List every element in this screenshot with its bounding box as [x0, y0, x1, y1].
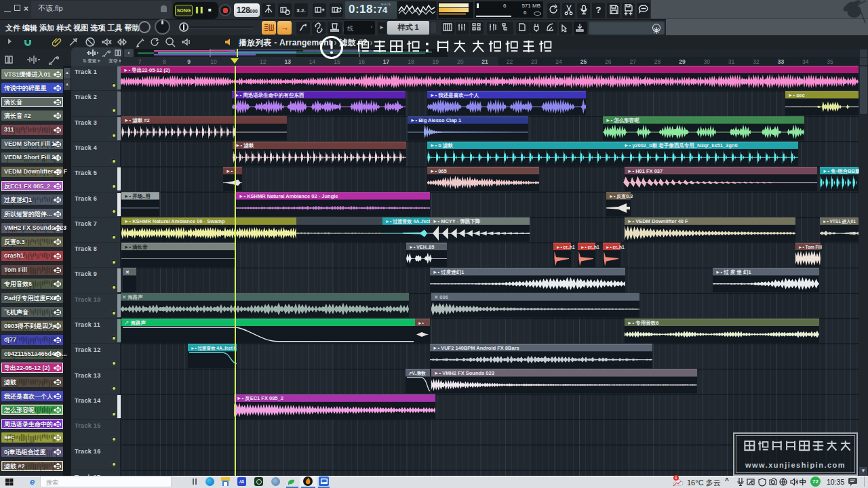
svg-text:►•: ►• [226, 168, 233, 174]
svg-text:✕: ✕ [125, 270, 130, 274]
svg-text:↗V..乘数: ↗V..乘数 [408, 371, 426, 376]
svg-text:✕ 006: ✕ 006 [434, 294, 448, 300]
svg-text:►• VMH2 FX Sounds 023: ►• VMH2 FX Sounds 023 [434, 370, 494, 376]
svg-text:►• 过 度 迷 幻1: ►• 过 度 迷 幻1 [715, 269, 751, 275]
svg-text:►• 开场..用: ►• 开场..用 [124, 193, 151, 199]
svg-text:►• 过度迷幻1: ►• 过度迷幻1 [433, 269, 464, 275]
svg-text:►• 专用音效6: ►• 专用音效6 [627, 320, 658, 326]
svg-text:►• 滴长音: ►• 滴长音 [124, 244, 148, 250]
svg-text:►• 过渡音效 4A..fect 6: ►• 过渡音效 4A..fect 6 [191, 346, 237, 351]
svg-text:►• 065: ►• 065 [430, 168, 447, 174]
svg-text:►• 怎么形容呢: ►• 怎么形容呢 [606, 117, 639, 123]
svg-text:►• 我还是喜欢一个人: ►• 我还是喜欢一个人 [430, 92, 479, 98]
svg-text:►• 鱼-组合BB鼓: ►• 鱼-组合BB鼓 [823, 168, 859, 174]
svg-text:►• sec: ►• sec [788, 92, 805, 98]
svg-text:►• VUF2 140BPM Android FX 8Bar: ►• VUF2 140BPM Android FX 8Bars [433, 345, 519, 351]
svg-text:►• Tom Fill: ►• Tom Fill [798, 245, 822, 249]
svg-text:✕ 海路声: ✕ 海路声 [122, 294, 143, 300]
svg-text:↗ 海路声: ↗ 海路声 [124, 320, 146, 326]
svg-text:►• VTS1 进入01: ►• VTS1 进入01 [823, 219, 856, 224]
svg-text:►• cr..h1: ►• cr..h1 [580, 245, 599, 249]
svg-text:►•: ►• [418, 321, 424, 325]
svg-text:►• b 滤鼓: ►• b 滤鼓 [430, 143, 453, 149]
svg-text:►• KSHMR Natural Ambiance 02 -: ►• KSHMR Natural Ambiance 02 - Jungle [239, 193, 338, 199]
svg-text:►• H01 FX 037: ►• H01 FX 037 [627, 168, 663, 174]
svg-text:►• 过渡音效 4A..fect 6: ►• 过渡音效 4A..fect 6 [385, 218, 434, 224]
svg-text:►• 滤鼓: ►• 滤鼓 [235, 143, 254, 149]
svg-text:►• 反EC1 FX 085_2: ►• 反EC1 FX 085_2 [237, 396, 283, 402]
svg-text:►• 反直0.3: ►• 反直0.3 [609, 193, 633, 199]
svg-text:►• 滤鼓 #2: ►• 滤鼓 #2 [124, 117, 150, 123]
svg-text:►• cr..h1: ►• cr..h1 [606, 245, 625, 249]
svg-text:►• cr..h1: ►• cr..h1 [556, 245, 575, 249]
svg-text:►• VEH..85: ►• VEH..85 [409, 245, 434, 249]
svg-text:►• Big Alesso Clap 1: ►• Big Alesso Clap 1 [410, 117, 461, 123]
svg-text:►• KSHMR Natural Ambiance 06 -: ►• KSHMR Natural Ambiance 06 - Swamp [124, 218, 225, 224]
svg-text:►• MCYY - 弹跳下降: ►• MCYY - 弹跳下降 [433, 218, 481, 224]
svg-text:►• y2002_b鼓 老子偷西瓜专用_N3qr_ks51_: ►• y2002_b鼓 老子偷西瓜专用_N3qr_ks51_3gn0 [624, 143, 738, 149]
svg-text:►• 导出22-05-12 (2): ►• 导出22-05-12 (2) [123, 67, 170, 73]
svg-text:►• 周迅语录生命中的有些东西: ►• 周迅语录生命中的有些东西 [235, 92, 304, 98]
svg-text:►• VEDM Downlifter 40 F: ►• VEDM Downlifter 40 F [627, 218, 688, 224]
